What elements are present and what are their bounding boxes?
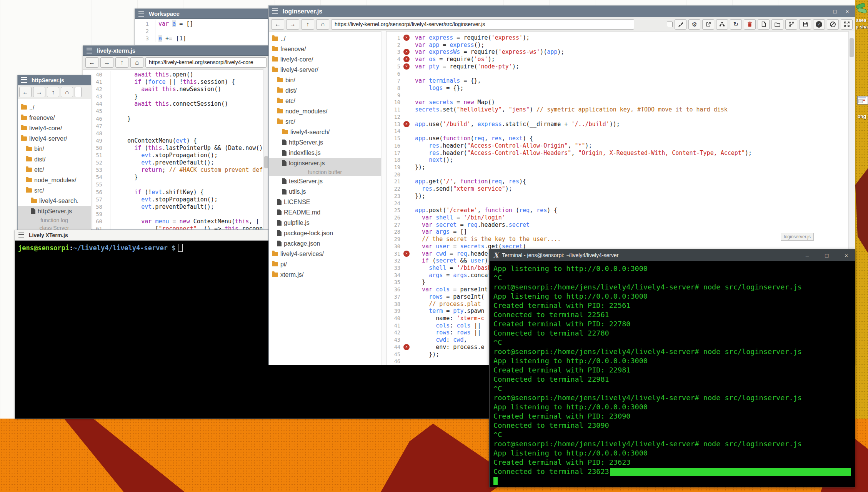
error-badge-icon[interactable]: × [403, 63, 410, 70]
terminal-screen[interactable]: App listening to http://0.0.0.0:3000^Cro… [490, 261, 855, 487]
code-line[interactable]: 46 } [83, 115, 269, 123]
maximize-button[interactable]: □ [825, 252, 828, 259]
error-badge-icon[interactable]: × [403, 35, 410, 41]
tree-item-[interactable]: ../ [18, 102, 91, 113]
code-line[interactable]: 7var terminals = {}, [387, 77, 849, 85]
up-button[interactable]: ↑ [301, 19, 314, 30]
home-button[interactable]: ⌂ [316, 19, 329, 30]
code-line[interactable]: 1×var express = require('express'); [387, 34, 849, 42]
desktop-icon-partial[interactable] [855, 3, 868, 16]
menu-icon[interactable] [87, 48, 92, 53]
tree-item-lively4-search[interactable]: lively4-search. [18, 196, 91, 206]
error-badge-icon[interactable]: × [403, 56, 410, 62]
workspace-titlebar[interactable]: Workspace [135, 9, 268, 19]
forward-button[interactable]: → [286, 19, 299, 30]
git-branch-icon-button[interactable] [785, 19, 797, 30]
save-icon-button[interactable] [799, 19, 811, 30]
back-button[interactable]: ← [85, 57, 98, 68]
tree-item-package-lock-json[interactable]: package-lock.json [269, 228, 381, 238]
brush-icon-button[interactable] [675, 19, 686, 30]
menu-icon[interactable] [272, 8, 278, 14]
forward-button[interactable]: → [33, 87, 45, 97]
code-line[interactable]: 21app.get('/', function(req, res){ [387, 178, 849, 185]
editor-scrollbar[interactable] [263, 68, 269, 229]
tree-item-testserver-js[interactable]: testServer.js [269, 176, 381, 186]
gears-icon-button[interactable]: ⚙ [688, 19, 700, 30]
terminal-titlebar[interactable]: X Terminal - jens@sensorpi: ~/lively4/li… [490, 249, 855, 261]
scrollbar-thumb[interactable] [850, 38, 854, 57]
tree-item-readme-md[interactable]: README.md [269, 207, 381, 218]
tree-item-dist[interactable]: dist/ [18, 154, 91, 165]
code-line[interactable]: 48 [83, 130, 269, 137]
code-line[interactable]: 14 [387, 128, 849, 135]
code-line[interactable]: 40 await this.open() [83, 71, 269, 78]
code-line[interactable]: 55 [83, 181, 269, 188]
code-line[interactable]: 10var secrets = new Map() [387, 99, 849, 106]
desktop-icon-window-thumbnail[interactable] [857, 96, 868, 105]
tree-item-utils-js[interactable]: utils.js [269, 186, 381, 197]
tree-item-lively4-core[interactable]: lively4-core/ [18, 123, 91, 133]
tree-item-bin[interactable]: bin/ [269, 75, 381, 85]
trash-icon-button[interactable] [744, 19, 756, 30]
code-line[interactable]: 42 await this.newSession() [83, 86, 269, 93]
code-line[interactable]: 57 evt.stopPropagation(); [83, 196, 269, 203]
tree-editor-splitter[interactable] [381, 31, 387, 365]
code-line[interactable]: 44 await this.connectSession() [83, 100, 269, 108]
tree-item-license[interactable]: LICENSE [269, 197, 381, 207]
up-button[interactable]: ↑ [47, 87, 59, 97]
code-line[interactable]: 24 [387, 200, 849, 207]
code-line[interactable]: 6 [387, 70, 849, 78]
code-line[interactable]: 23}); [387, 193, 849, 200]
tree-item-dist[interactable]: dist/ [269, 85, 381, 96]
minimize-button[interactable]: – [818, 8, 827, 15]
url-input[interactable]: https://lively-kernel.org/sensorpi/livel… [145, 57, 267, 68]
url-input[interactable] [75, 87, 82, 97]
error-badge-icon[interactable]: × [403, 251, 410, 257]
tree-item-sub-label[interactable]: function buffer [269, 168, 381, 176]
close-button[interactable]: × [843, 8, 851, 15]
menu-icon[interactable] [21, 77, 27, 83]
code-line[interactable]: 4×var os = require('os'); [387, 56, 849, 63]
code-line[interactable]: 50 if (this.lastPointerUp && (Date.now()… [83, 145, 269, 152]
code-line[interactable]: 47 [83, 123, 269, 130]
code-line[interactable]: 3a += [1] [135, 35, 268, 42]
code-line[interactable]: 49 onContextMenu(evt) { [83, 137, 269, 145]
resize-icon-button[interactable] [841, 19, 853, 30]
tree-item-freenove[interactable]: freenove/ [269, 44, 381, 54]
home-button[interactable]: ⌂ [61, 87, 73, 97]
code-line[interactable]: 1var a = [] [135, 20, 268, 28]
httpserver-titlebar[interactable]: httpServer.js [18, 75, 91, 85]
code-line[interactable]: 3×var expressWs = require('express-ws')(… [387, 48, 849, 56]
tree-item-node-modules[interactable]: node_modules/ [269, 106, 381, 116]
code-line[interactable]: 60 var menu = new ContextMenu(this, [ [83, 218, 269, 225]
code-line[interactable]: 16 res.header("Access-Control-Allow-Orig… [387, 142, 849, 150]
code-line[interactable]: 52 evt.preventDefault(); [83, 159, 269, 166]
back-button[interactable]: ← [19, 87, 32, 97]
tree-item-lively4-server[interactable]: lively4-server/ [269, 65, 381, 75]
code-line[interactable]: 19}); [387, 164, 849, 171]
folder-icon-button[interactable] [771, 19, 783, 30]
home-button[interactable]: ⌂ [130, 57, 143, 68]
tree-item-pi[interactable]: pi/ [269, 259, 381, 269]
code-line[interactable]: 41 if (force || !this.session) { [83, 78, 269, 86]
menu-icon[interactable] [18, 233, 24, 238]
lively-xterm-titlebar[interactable]: lively-xterm.js [83, 46, 269, 56]
tree-item-node-modules[interactable]: node_modules/ [18, 175, 91, 185]
code-line[interactable]: 53 return; // #HACK custom prevent defau… [83, 166, 269, 174]
code-line[interactable]: 54 } [83, 174, 269, 181]
maximize-button[interactable]: □ [831, 8, 839, 15]
code-line[interactable]: 26 var shell = '/bin/login' [387, 214, 849, 221]
code-line[interactable]: 17 res.header("Access-Control-Allow-Head… [387, 150, 849, 157]
up-button[interactable]: ↑ [115, 57, 128, 68]
code-line[interactable]: 29 // the secret is the key to the user.… [387, 236, 849, 243]
tree-item-lively4-search[interactable]: lively4-search/ [269, 127, 381, 137]
tree-item-httpserver-js[interactable]: httpServer.js [269, 137, 381, 148]
code-line[interactable]: 18 next(); [387, 156, 849, 164]
code-line[interactable]: 43 } [83, 93, 269, 100]
code-line[interactable]: 2 [135, 28, 268, 35]
code-line[interactable]: 28 var args = [] [387, 228, 849, 236]
scrollbar-thumb[interactable] [264, 156, 268, 168]
code-line[interactable]: 5×var pty = require('node-pty'); [387, 63, 849, 70]
code-line[interactable]: 22 res.send("xterm service"); [387, 185, 849, 193]
code-line[interactable]: 8 logs = {}; [387, 85, 849, 92]
